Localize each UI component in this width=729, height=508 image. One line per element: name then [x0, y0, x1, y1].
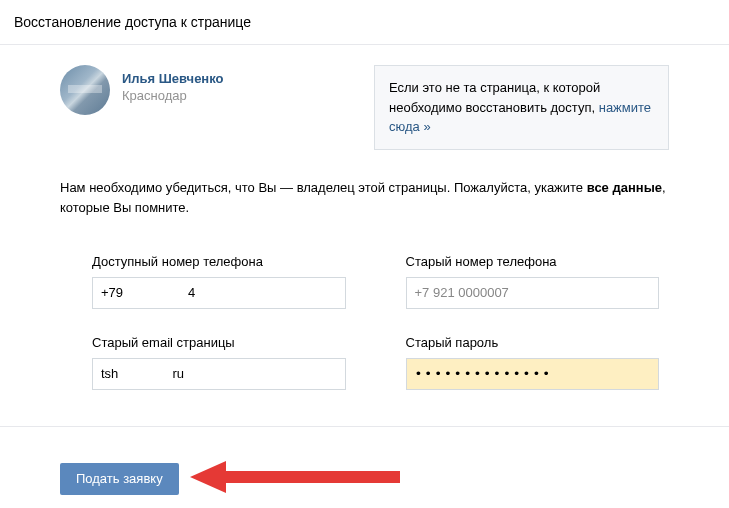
profile-text: Илья Шевченко Краснодар [122, 65, 224, 103]
field-email-old: Старый email страницы [92, 335, 346, 390]
page-header: Восстановление доступа к странице [0, 0, 729, 45]
content: Илья Шевченко Краснодар Если это не та с… [0, 45, 729, 447]
instruction-before: Нам необходимо убедиться, что Вы — владе… [60, 180, 587, 195]
page-title: Восстановление доступа к странице [14, 14, 713, 30]
footer: Подать заявку [0, 447, 729, 508]
instruction-bold: все данные [587, 180, 662, 195]
arrow-annotation-icon [190, 457, 410, 497]
profile-block: Илья Шевченко Краснодар [60, 65, 360, 115]
field-password-old: Старый пароль [406, 335, 660, 390]
notice-text: Если это не та страница, к которой необх… [389, 80, 600, 115]
notice-box: Если это не та страница, к которой необх… [374, 65, 669, 150]
input-phone-new[interactable] [92, 277, 346, 309]
instruction: Нам необходимо убедиться, что Вы — владе… [60, 178, 669, 218]
profile-row: Илья Шевченко Краснодар Если это не та с… [60, 65, 669, 150]
form-grid: Доступный номер телефона Старый номер те… [60, 254, 669, 390]
separator [0, 426, 729, 427]
submit-button[interactable]: Подать заявку [60, 463, 179, 495]
field-phone-new: Доступный номер телефона [92, 254, 346, 309]
profile-location: Краснодар [122, 88, 224, 103]
input-phone-old[interactable] [406, 277, 660, 309]
field-phone-old: Старый номер телефона [406, 254, 660, 309]
profile-name-link[interactable]: Илья Шевченко [122, 71, 224, 86]
label-password-old: Старый пароль [406, 335, 660, 350]
input-email-old[interactable] [92, 358, 346, 390]
label-email-old: Старый email страницы [92, 335, 346, 350]
label-phone-old: Старый номер телефона [406, 254, 660, 269]
label-phone-new: Доступный номер телефона [92, 254, 346, 269]
avatar[interactable] [60, 65, 110, 115]
input-password-old[interactable] [406, 358, 660, 390]
